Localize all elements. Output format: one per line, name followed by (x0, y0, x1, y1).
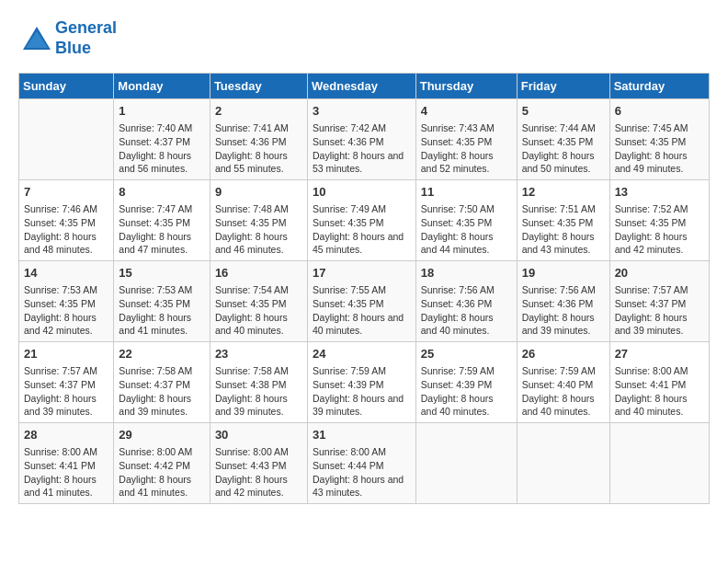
logo-icon (18, 22, 51, 55)
page-header: General Blue (18, 18, 710, 58)
col-header-saturday: Saturday (609, 74, 709, 99)
table-row: 31Sunrise: 8:00 AMSunset: 4:44 PMDayligh… (307, 423, 415, 504)
day-number: 16 (215, 265, 302, 282)
day-number: 6 (615, 103, 704, 120)
sunset-text: Sunset: 4:39 PM (313, 378, 411, 392)
sunset-text: Sunset: 4:36 PM (313, 135, 411, 149)
sunset-text: Sunset: 4:42 PM (119, 459, 205, 473)
day-number: 24 (313, 346, 411, 362)
table-row: 19Sunrise: 7:56 AMSunset: 4:36 PMDayligh… (517, 261, 609, 342)
daylight-text: Daylight: 8 hours and 41 minutes. (119, 311, 205, 338)
daylight-text: Daylight: 8 hours and 40 minutes. (615, 392, 704, 419)
daylight-text: Daylight: 8 hours and 40 minutes. (215, 311, 302, 338)
sunset-text: Sunset: 4:35 PM (522, 135, 605, 149)
daylight-text: Daylight: 8 hours and 49 minutes. (615, 149, 704, 176)
day-number: 3 (313, 103, 411, 120)
table-row (609, 423, 709, 504)
day-number: 20 (615, 265, 704, 282)
daylight-text: Daylight: 8 hours and 43 minutes. (313, 473, 411, 500)
day-number: 5 (522, 103, 605, 120)
day-number: 14 (24, 265, 108, 282)
col-header-sunday: Sunday (19, 74, 114, 99)
day-number: 23 (215, 346, 302, 362)
daylight-text: Daylight: 8 hours and 45 minutes. (313, 230, 411, 257)
daylight-text: Daylight: 8 hours and 39 minutes. (615, 311, 704, 338)
sunset-text: Sunset: 4:35 PM (24, 216, 108, 230)
day-number: 2 (215, 103, 302, 120)
sunset-text: Sunset: 4:37 PM (24, 378, 108, 392)
sunset-text: Sunset: 4:36 PM (215, 135, 302, 149)
sunset-text: Sunset: 4:39 PM (421, 378, 512, 392)
daylight-text: Daylight: 8 hours and 56 minutes. (119, 149, 205, 176)
sunset-text: Sunset: 4:35 PM (215, 216, 302, 230)
day-number: 4 (421, 103, 512, 120)
col-header-monday: Monday (114, 74, 210, 99)
table-row: 7Sunrise: 7:46 AMSunset: 4:35 PMDaylight… (19, 180, 114, 261)
sunset-text: Sunset: 4:41 PM (615, 378, 704, 392)
sunset-text: Sunset: 4:36 PM (522, 297, 605, 311)
table-row: 8Sunrise: 7:47 AMSunset: 4:35 PMDaylight… (114, 180, 210, 261)
table-row: 25Sunrise: 7:59 AMSunset: 4:39 PMDayligh… (415, 342, 517, 423)
daylight-text: Daylight: 8 hours and 52 minutes. (421, 149, 512, 176)
table-row: 21Sunrise: 7:57 AMSunset: 4:37 PMDayligh… (19, 342, 114, 423)
table-row: 17Sunrise: 7:55 AMSunset: 4:35 PMDayligh… (307, 261, 415, 342)
sunrise-text: Sunrise: 7:48 AM (215, 202, 302, 216)
table-row: 23Sunrise: 7:58 AMSunset: 4:38 PMDayligh… (210, 342, 307, 423)
day-number: 26 (522, 346, 605, 362)
sunrise-text: Sunrise: 8:00 AM (615, 364, 704, 378)
sunrise-text: Sunrise: 7:57 AM (24, 364, 108, 378)
sunrise-text: Sunrise: 7:46 AM (24, 202, 108, 216)
day-number: 12 (522, 184, 605, 201)
sunset-text: Sunset: 4:35 PM (215, 297, 302, 311)
sunset-text: Sunset: 4:35 PM (421, 216, 512, 230)
table-row: 30Sunrise: 8:00 AMSunset: 4:43 PMDayligh… (210, 423, 307, 504)
sunset-text: Sunset: 4:35 PM (615, 216, 704, 230)
sunrise-text: Sunrise: 7:57 AM (615, 283, 704, 297)
sunrise-text: Sunrise: 7:52 AM (615, 202, 704, 216)
daylight-text: Daylight: 8 hours and 39 minutes. (119, 392, 205, 419)
col-header-tuesday: Tuesday (210, 74, 307, 99)
sunset-text: Sunset: 4:35 PM (119, 297, 205, 311)
daylight-text: Daylight: 8 hours and 42 minutes. (24, 311, 108, 338)
daylight-text: Daylight: 8 hours and 39 minutes. (522, 311, 605, 338)
table-row: 11Sunrise: 7:50 AMSunset: 4:35 PMDayligh… (415, 180, 517, 261)
sunrise-text: Sunrise: 7:55 AM (313, 283, 411, 297)
sunset-text: Sunset: 4:35 PM (119, 216, 205, 230)
day-number: 11 (421, 184, 512, 201)
sunrise-text: Sunrise: 7:58 AM (215, 364, 302, 378)
daylight-text: Daylight: 8 hours and 42 minutes. (215, 473, 302, 500)
day-number: 10 (313, 184, 411, 201)
daylight-text: Daylight: 8 hours and 44 minutes. (421, 230, 512, 257)
table-row: 16Sunrise: 7:54 AMSunset: 4:35 PMDayligh… (210, 261, 307, 342)
table-row (415, 423, 517, 504)
day-number: 25 (421, 346, 512, 362)
table-row (19, 99, 114, 180)
daylight-text: Daylight: 8 hours and 41 minutes. (24, 473, 108, 500)
table-row: 26Sunrise: 7:59 AMSunset: 4:40 PMDayligh… (517, 342, 609, 423)
day-number: 18 (421, 265, 512, 282)
daylight-text: Daylight: 8 hours and 39 minutes. (24, 392, 108, 419)
col-header-wednesday: Wednesday (307, 74, 415, 99)
sunrise-text: Sunrise: 7:56 AM (421, 283, 512, 297)
daylight-text: Daylight: 8 hours and 39 minutes. (215, 392, 302, 419)
table-row: 14Sunrise: 7:53 AMSunset: 4:35 PMDayligh… (19, 261, 114, 342)
sunrise-text: Sunrise: 7:56 AM (522, 283, 605, 297)
sunset-text: Sunset: 4:40 PM (522, 378, 605, 392)
calendar-table: SundayMondayTuesdayWednesdayThursdayFrid… (18, 73, 710, 504)
daylight-text: Daylight: 8 hours and 42 minutes. (615, 230, 704, 257)
col-header-thursday: Thursday (415, 74, 517, 99)
sunset-text: Sunset: 4:35 PM (615, 135, 704, 149)
daylight-text: Daylight: 8 hours and 40 minutes. (421, 392, 512, 419)
sunrise-text: Sunrise: 7:58 AM (119, 364, 205, 378)
sunset-text: Sunset: 4:41 PM (24, 459, 108, 473)
daylight-text: Daylight: 8 hours and 48 minutes. (24, 230, 108, 257)
daylight-text: Daylight: 8 hours and 40 minutes. (421, 311, 512, 338)
sunrise-text: Sunrise: 7:59 AM (313, 364, 411, 378)
table-row: 22Sunrise: 7:58 AMSunset: 4:37 PMDayligh… (114, 342, 210, 423)
sunset-text: Sunset: 4:43 PM (215, 459, 302, 473)
sunset-text: Sunset: 4:37 PM (119, 378, 205, 392)
table-row: 20Sunrise: 7:57 AMSunset: 4:37 PMDayligh… (609, 261, 709, 342)
sunrise-text: Sunrise: 7:54 AM (215, 283, 302, 297)
daylight-text: Daylight: 8 hours and 40 minutes. (313, 311, 411, 338)
day-number: 9 (215, 184, 302, 201)
